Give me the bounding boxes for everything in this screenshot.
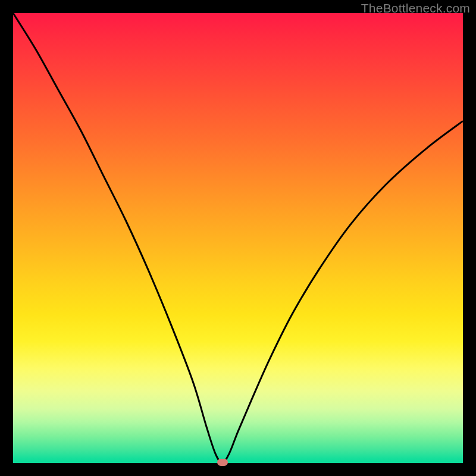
bottleneck-curve [13,13,463,463]
chart-frame: TheBottleneck.com [0,0,476,476]
watermark-text: TheBottleneck.com [361,1,470,15]
plot-area [13,13,463,463]
minimum-marker [217,459,228,466]
